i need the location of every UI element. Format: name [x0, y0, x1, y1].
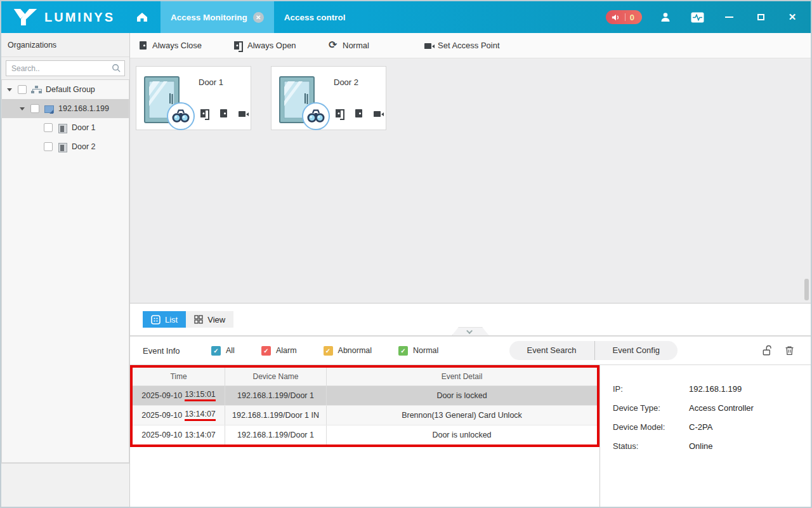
device-info-label: IP: — [613, 384, 689, 394]
brand-name: LUMINYS — [44, 10, 115, 25]
event-filter-row: Event Info All Alarm — [130, 337, 811, 364]
tree-item[interactable]: Default Group — [2, 80, 129, 99]
door-command-button[interactable]: Set Access Point — [424, 41, 519, 51]
event-filter-checkbox[interactable]: Abnormal — [324, 346, 372, 356]
device-info-row: Device Type: Access Controller — [613, 398, 811, 417]
door-command-label: Always Close — [152, 41, 202, 50]
camera-icon[interactable] — [373, 109, 384, 119]
door-card-name: Door 1 — [199, 77, 223, 87]
tree-checkbox[interactable] — [18, 85, 27, 94]
checkbox-icon — [324, 346, 333, 356]
panel-collapse-handle[interactable] — [452, 327, 489, 335]
camera-icon[interactable] — [238, 109, 249, 119]
titlebar-tab[interactable]: Access Monitoring — [160, 1, 274, 33]
app-window: LUMINYS Access Monitoring Access control — [0, 0, 812, 508]
door-command-toolbar: Always Close Always Open Normal — [130, 33, 811, 58]
event-device-cell: 192.168.1.199/Door 1 — [225, 425, 327, 444]
tree-item[interactable]: Door 2 — [2, 137, 129, 156]
event-table-body: 2025-09-10 13:15:01 192.168.1.199/Door 1… — [133, 386, 597, 444]
home-icon — [136, 11, 148, 23]
titlebar: LUMINYS Access Monitoring Access control — [1, 1, 811, 33]
door-command-label: Set Access Point — [438, 41, 500, 50]
door-command-button[interactable]: Normal — [329, 41, 424, 51]
door-open-icon[interactable] — [200, 109, 211, 119]
tree-item-label: Door 2 — [72, 142, 96, 151]
alarm-count: 0 — [630, 13, 636, 22]
event-tool-icons — [761, 344, 796, 357]
filter-label: All — [226, 346, 235, 355]
checkbox-icon — [261, 346, 271, 356]
event-detail-cell: Brennon(13 General) Card Unlock — [327, 406, 597, 425]
event-filter-checkbox[interactable]: All — [211, 346, 235, 356]
search-icon[interactable] — [112, 64, 121, 73]
tree-item[interactable]: Door 1 — [2, 118, 129, 137]
door-card[interactable]: Door 2 — [271, 66, 386, 130]
door-command-button[interactable]: Always Close — [138, 41, 233, 51]
live-view-badge[interactable] — [302, 102, 330, 130]
titlebar-tab[interactable]: Access control — [274, 1, 356, 33]
expand-arrow-icon[interactable] — [7, 88, 12, 91]
scrollbar-thumb[interactable] — [804, 279, 809, 300]
event-action-button[interactable]: Event Config — [594, 341, 678, 360]
door-open-icon[interactable] — [335, 109, 346, 119]
titlebar-actions: 0 ✕ — [606, 1, 811, 33]
event-filters: All Alarm Abnormal — [211, 346, 465, 356]
column-header[interactable]: Event Detail — [327, 368, 597, 385]
door-command-icon — [233, 41, 244, 51]
door-card[interactable]: Door 1 — [136, 66, 251, 130]
checkbox-icon — [211, 346, 221, 356]
trash-icon[interactable] — [783, 344, 796, 357]
door-closed-icon[interactable] — [354, 109, 365, 119]
grid-view-icon — [194, 315, 203, 324]
tree-item-label: Default Group — [46, 85, 95, 94]
list-icon — [151, 315, 160, 324]
tree-checkbox[interactable] — [44, 123, 53, 132]
badge-divider — [625, 13, 625, 21]
search-input[interactable] — [6, 60, 125, 76]
tree-item-label: 192.168.1.199 — [58, 104, 109, 113]
tab-bar: Access Monitoring Access control — [160, 1, 356, 33]
unlock-icon[interactable] — [761, 344, 774, 357]
titlebar-spacer — [356, 1, 606, 33]
expand-arrow-icon[interactable] — [20, 107, 25, 110]
view-toggle-row: List View — [130, 304, 811, 337]
column-header[interactable]: Time — [133, 368, 225, 385]
column-header[interactable]: Device Name — [225, 368, 327, 385]
door-command-icon — [138, 41, 149, 51]
event-time: 13:15:01 — [185, 390, 216, 401]
tree-item[interactable]: 192.168.1.199 — [2, 99, 129, 118]
tree-checkbox[interactable] — [30, 104, 39, 113]
event-filter-checkbox[interactable]: Alarm — [261, 346, 297, 356]
health-monitor-button[interactable] — [689, 9, 705, 25]
list-toggle-button[interactable]: List — [143, 311, 186, 328]
device-info-label: Device Type: — [613, 403, 689, 413]
live-view-badge[interactable] — [167, 102, 195, 130]
view-toggle-label: View — [207, 315, 225, 324]
device-info-row: IP: 192.168.1.199 — [613, 379, 811, 398]
event-device-cell: 192.168.1.199/Door 1 IN — [225, 406, 327, 425]
event-table-row[interactable]: 2025-09-10 13:15:01 192.168.1.199/Door 1… — [133, 386, 597, 406]
sidebar-footer — [1, 463, 129, 507]
maximize-button[interactable] — [752, 9, 769, 25]
device-info-value: Access Controller — [689, 403, 754, 413]
maximize-icon — [757, 14, 764, 20]
tab-label: Access Monitoring — [171, 13, 247, 22]
event-filter-checkbox[interactable]: Normal — [398, 346, 438, 356]
event-action-button[interactable]: Event Search — [509, 341, 594, 360]
tab-close-icon[interactable] — [253, 12, 264, 23]
tree-item-label: Door 1 — [72, 123, 96, 132]
user-button[interactable] — [657, 9, 674, 25]
device-info-value: C-2PA — [689, 422, 712, 432]
door-closed-icon[interactable] — [219, 109, 230, 119]
home-button[interactable] — [124, 1, 160, 33]
view-toggle-button[interactable]: View — [186, 311, 233, 328]
close-button[interactable]: ✕ — [784, 9, 801, 25]
door-command-button[interactable]: Always Open — [233, 41, 329, 51]
alarm-badge[interactable]: 0 — [606, 10, 642, 24]
search-box — [1, 57, 129, 79]
event-table-row[interactable]: 2025-09-10 13:14:07 192.168.1.199/Door 1… — [133, 406, 597, 425]
brand-logo: LUMINYS — [1, 1, 124, 33]
minimize-button[interactable] — [721, 9, 737, 25]
tree-checkbox[interactable] — [44, 142, 53, 151]
event-table-row[interactable]: 2025-09-10 13:14:07 192.168.1.199/Door 1… — [133, 425, 597, 444]
